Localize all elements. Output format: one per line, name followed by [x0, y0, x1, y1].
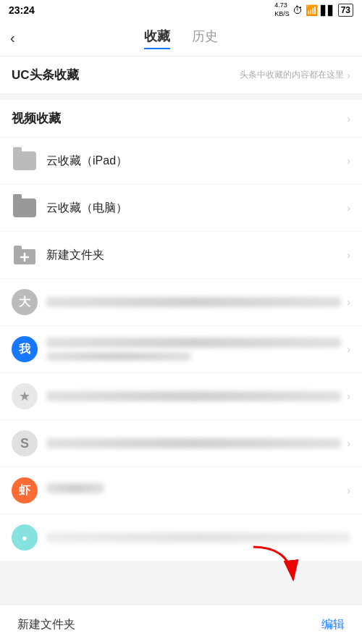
- chevron-right-icon: ›: [347, 70, 350, 81]
- star-item[interactable]: ★ ›: [0, 373, 362, 420]
- cloud-pc-label: 云收藏（电脑）: [46, 201, 347, 216]
- chevron-right-icon: ›: [347, 343, 350, 355]
- chevron-right-icon: ›: [347, 249, 350, 261]
- avatar-item-wo[interactable]: 我 ›: [0, 326, 362, 373]
- avatar-wo: 我: [12, 336, 38, 362]
- blurred-text-wo2: [46, 352, 191, 361]
- status-icons: 4.73KB/S ⏱ 📶 ▋▋ 73: [274, 1, 353, 18]
- avatar-item-da[interactable]: 大 ›: [0, 279, 362, 326]
- tab-history[interactable]: 历史: [192, 28, 218, 49]
- uc-header-right: 头条中收藏的内容都在这里 ›: [240, 69, 350, 81]
- s-item[interactable]: S ›: [0, 420, 362, 467]
- content-area: UC头条收藏 头条中收藏的内容都在这里 › 视频收藏 › 云收藏（iPad） ›…: [0, 57, 362, 604]
- blurred-text-da: [46, 297, 341, 307]
- chevron-right-icon: ›: [347, 113, 350, 125]
- blurred-text-s: [46, 438, 341, 448]
- folder-ipad-icon: [12, 148, 38, 174]
- blurred-text-wo1: [46, 338, 341, 348]
- new-folder-item[interactable]: 新建文件夹 ›: [0, 232, 362, 279]
- network-speed: 4.73KB/S: [274, 1, 290, 18]
- new-folder-button[interactable]: 新建文件夹: [17, 617, 75, 632]
- bottom-item[interactable]: ●: [0, 514, 362, 561]
- folder-pc-icon: [12, 195, 38, 221]
- chevron-right-icon: ›: [347, 155, 350, 167]
- nav-bar: ‹ 收藏 历史: [0, 20, 362, 57]
- video-bookmarks-label: 视频收藏: [12, 110, 347, 127]
- status-bar: 23:24 4.73KB/S ⏱ 📶 ▋▋ 73: [0, 0, 362, 20]
- star-icon: ★: [12, 383, 38, 409]
- edit-button[interactable]: 编辑: [321, 617, 345, 632]
- timer-icon: ⏱: [292, 4, 303, 16]
- status-time: 23:24: [9, 4, 35, 16]
- chevron-right-icon: ›: [347, 485, 350, 496]
- back-button[interactable]: ‹: [10, 30, 15, 46]
- bookmarks-section: 视频收藏 › 云收藏（iPad） › 云收藏（电脑） ›: [0, 100, 362, 561]
- new-folder-icon: [12, 242, 38, 268]
- cloud-pc-item[interactable]: 云收藏（电脑） ›: [0, 185, 362, 232]
- shrimp-item[interactable]: 虾 ›: [0, 467, 362, 514]
- avatar-shrimp: 虾: [12, 477, 38, 503]
- chevron-right-icon: ›: [347, 202, 350, 214]
- s-avatar: S: [12, 430, 38, 456]
- tab-bookmarks[interactable]: 收藏: [144, 28, 170, 49]
- wifi-icon: 📶: [306, 4, 318, 16]
- svg-rect-1: [14, 246, 22, 251]
- chevron-right-icon: ›: [347, 438, 350, 449]
- blurred-text-star: [46, 391, 341, 401]
- blurred-text-bottom: [46, 532, 350, 543]
- bottom-toolbar: 新建文件夹 编辑: [0, 604, 362, 644]
- uc-header-title: UC头条收藏: [12, 67, 79, 83]
- battery-icon: 73: [338, 4, 353, 17]
- cloud-ipad-label: 云收藏（iPad）: [46, 154, 347, 169]
- uc-header-subtitle: 头条中收藏的内容都在这里: [240, 69, 344, 81]
- blurred-text-shrimp1: [46, 483, 104, 493]
- chevron-right-icon: ›: [347, 390, 350, 402]
- new-folder-label: 新建文件夹: [46, 248, 347, 263]
- nav-tabs: 收藏 历史: [144, 28, 218, 49]
- cloud-ipad-item[interactable]: 云收藏（iPad） ›: [0, 138, 362, 185]
- uc-header-row[interactable]: UC头条收藏 头条中收藏的内容都在这里 ›: [0, 57, 362, 94]
- avatar-teal: ●: [12, 524, 38, 551]
- signal-icon: ▋▋: [321, 5, 335, 16]
- video-bookmarks-item[interactable]: 视频收藏 ›: [0, 100, 362, 138]
- avatar-da: 大: [12, 289, 38, 315]
- chevron-right-icon: ›: [347, 296, 350, 308]
